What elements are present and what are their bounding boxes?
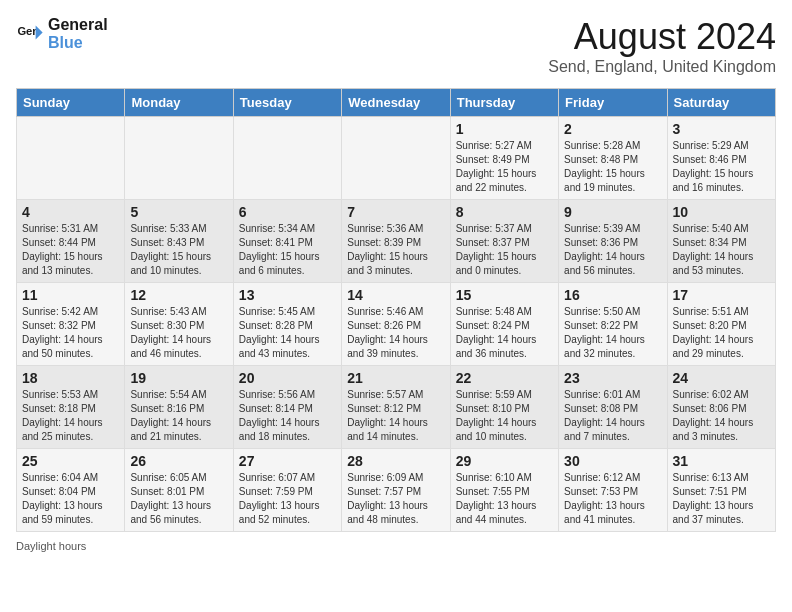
day-number: 10 <box>673 204 770 220</box>
cell-info: Sunrise: 5:57 AMSunset: 8:12 PMDaylight:… <box>347 388 444 444</box>
calendar-week-row: 4Sunrise: 5:31 AMSunset: 8:44 PMDaylight… <box>17 200 776 283</box>
calendar-week-row: 1Sunrise: 5:27 AMSunset: 8:49 PMDaylight… <box>17 117 776 200</box>
calendar-cell: 31Sunrise: 6:13 AMSunset: 7:51 PMDayligh… <box>667 449 775 532</box>
cell-info: Sunrise: 6:04 AMSunset: 8:04 PMDaylight:… <box>22 471 119 527</box>
day-number: 4 <box>22 204 119 220</box>
calendar-cell: 25Sunrise: 6:04 AMSunset: 8:04 PMDayligh… <box>17 449 125 532</box>
calendar-cell: 8Sunrise: 5:37 AMSunset: 8:37 PMDaylight… <box>450 200 558 283</box>
cell-info: Sunrise: 6:05 AMSunset: 8:01 PMDaylight:… <box>130 471 227 527</box>
calendar-cell: 6Sunrise: 5:34 AMSunset: 8:41 PMDaylight… <box>233 200 341 283</box>
logo-line1: General <box>48 16 108 34</box>
calendar-cell: 2Sunrise: 5:28 AMSunset: 8:48 PMDaylight… <box>559 117 667 200</box>
day-number: 9 <box>564 204 661 220</box>
cell-info: Sunrise: 5:54 AMSunset: 8:16 PMDaylight:… <box>130 388 227 444</box>
logo-line2: Blue <box>48 34 108 52</box>
cell-info: Sunrise: 5:27 AMSunset: 8:49 PMDaylight:… <box>456 139 553 195</box>
calendar-cell <box>125 117 233 200</box>
day-number: 7 <box>347 204 444 220</box>
cell-info: Sunrise: 5:53 AMSunset: 8:18 PMDaylight:… <box>22 388 119 444</box>
subtitle: Send, England, United Kingdom <box>548 58 776 76</box>
main-title: August 2024 <box>548 16 776 58</box>
day-number: 2 <box>564 121 661 137</box>
calendar-cell <box>342 117 450 200</box>
calendar-header-wednesday: Wednesday <box>342 89 450 117</box>
calendar-header-friday: Friday <box>559 89 667 117</box>
footer-note: Daylight hours <box>16 540 776 552</box>
calendar-cell: 4Sunrise: 5:31 AMSunset: 8:44 PMDaylight… <box>17 200 125 283</box>
cell-info: Sunrise: 5:29 AMSunset: 8:46 PMDaylight:… <box>673 139 770 195</box>
calendar-cell: 13Sunrise: 5:45 AMSunset: 8:28 PMDayligh… <box>233 283 341 366</box>
day-number: 11 <box>22 287 119 303</box>
day-number: 17 <box>673 287 770 303</box>
cell-info: Sunrise: 5:46 AMSunset: 8:26 PMDaylight:… <box>347 305 444 361</box>
cell-info: Sunrise: 5:40 AMSunset: 8:34 PMDaylight:… <box>673 222 770 278</box>
cell-info: Sunrise: 5:34 AMSunset: 8:41 PMDaylight:… <box>239 222 336 278</box>
day-number: 26 <box>130 453 227 469</box>
calendar-cell: 22Sunrise: 5:59 AMSunset: 8:10 PMDayligh… <box>450 366 558 449</box>
cell-info: Sunrise: 5:45 AMSunset: 8:28 PMDaylight:… <box>239 305 336 361</box>
day-number: 29 <box>456 453 553 469</box>
calendar-cell: 3Sunrise: 5:29 AMSunset: 8:46 PMDaylight… <box>667 117 775 200</box>
cell-info: Sunrise: 5:42 AMSunset: 8:32 PMDaylight:… <box>22 305 119 361</box>
day-number: 16 <box>564 287 661 303</box>
cell-info: Sunrise: 5:33 AMSunset: 8:43 PMDaylight:… <box>130 222 227 278</box>
cell-info: Sunrise: 6:01 AMSunset: 8:08 PMDaylight:… <box>564 388 661 444</box>
day-number: 24 <box>673 370 770 386</box>
day-number: 28 <box>347 453 444 469</box>
logo: Gen General Blue <box>16 16 108 51</box>
calendar-week-row: 18Sunrise: 5:53 AMSunset: 8:18 PMDayligh… <box>17 366 776 449</box>
cell-info: Sunrise: 5:28 AMSunset: 8:48 PMDaylight:… <box>564 139 661 195</box>
logo-icon: Gen <box>16 20 44 48</box>
day-number: 15 <box>456 287 553 303</box>
calendar-cell <box>233 117 341 200</box>
day-number: 3 <box>673 121 770 137</box>
cell-info: Sunrise: 5:50 AMSunset: 8:22 PMDaylight:… <box>564 305 661 361</box>
cell-info: Sunrise: 5:59 AMSunset: 8:10 PMDaylight:… <box>456 388 553 444</box>
day-number: 30 <box>564 453 661 469</box>
calendar-cell: 24Sunrise: 6:02 AMSunset: 8:06 PMDayligh… <box>667 366 775 449</box>
calendar-header-tuesday: Tuesday <box>233 89 341 117</box>
cell-info: Sunrise: 6:02 AMSunset: 8:06 PMDaylight:… <box>673 388 770 444</box>
cell-info: Sunrise: 5:48 AMSunset: 8:24 PMDaylight:… <box>456 305 553 361</box>
cell-info: Sunrise: 6:07 AMSunset: 7:59 PMDaylight:… <box>239 471 336 527</box>
day-number: 19 <box>130 370 227 386</box>
title-block: August 2024 Send, England, United Kingdo… <box>548 16 776 76</box>
calendar-header-saturday: Saturday <box>667 89 775 117</box>
calendar-cell: 23Sunrise: 6:01 AMSunset: 8:08 PMDayligh… <box>559 366 667 449</box>
calendar-body: 1Sunrise: 5:27 AMSunset: 8:49 PMDaylight… <box>17 117 776 532</box>
day-number: 1 <box>456 121 553 137</box>
calendar-cell: 5Sunrise: 5:33 AMSunset: 8:43 PMDaylight… <box>125 200 233 283</box>
day-number: 23 <box>564 370 661 386</box>
cell-info: Sunrise: 5:56 AMSunset: 8:14 PMDaylight:… <box>239 388 336 444</box>
day-number: 22 <box>456 370 553 386</box>
day-number: 20 <box>239 370 336 386</box>
calendar-cell: 30Sunrise: 6:12 AMSunset: 7:53 PMDayligh… <box>559 449 667 532</box>
calendar-cell: 19Sunrise: 5:54 AMSunset: 8:16 PMDayligh… <box>125 366 233 449</box>
calendar-header-monday: Monday <box>125 89 233 117</box>
calendar-cell: 29Sunrise: 6:10 AMSunset: 7:55 PMDayligh… <box>450 449 558 532</box>
day-number: 8 <box>456 204 553 220</box>
day-number: 25 <box>22 453 119 469</box>
calendar-cell: 21Sunrise: 5:57 AMSunset: 8:12 PMDayligh… <box>342 366 450 449</box>
cell-info: Sunrise: 6:10 AMSunset: 7:55 PMDaylight:… <box>456 471 553 527</box>
cell-info: Sunrise: 5:37 AMSunset: 8:37 PMDaylight:… <box>456 222 553 278</box>
day-number: 12 <box>130 287 227 303</box>
calendar-table: SundayMondayTuesdayWednesdayThursdayFrid… <box>16 88 776 532</box>
calendar-week-row: 11Sunrise: 5:42 AMSunset: 8:32 PMDayligh… <box>17 283 776 366</box>
calendar-cell: 26Sunrise: 6:05 AMSunset: 8:01 PMDayligh… <box>125 449 233 532</box>
day-number: 14 <box>347 287 444 303</box>
calendar-cell: 11Sunrise: 5:42 AMSunset: 8:32 PMDayligh… <box>17 283 125 366</box>
page-header: Gen General Blue August 2024 Send, Engla… <box>16 16 776 76</box>
day-number: 21 <box>347 370 444 386</box>
cell-info: Sunrise: 5:51 AMSunset: 8:20 PMDaylight:… <box>673 305 770 361</box>
day-number: 6 <box>239 204 336 220</box>
calendar-cell: 7Sunrise: 5:36 AMSunset: 8:39 PMDaylight… <box>342 200 450 283</box>
cell-info: Sunrise: 5:43 AMSunset: 8:30 PMDaylight:… <box>130 305 227 361</box>
calendar-cell: 15Sunrise: 5:48 AMSunset: 8:24 PMDayligh… <box>450 283 558 366</box>
calendar-header-sunday: Sunday <box>17 89 125 117</box>
calendar-cell: 16Sunrise: 5:50 AMSunset: 8:22 PMDayligh… <box>559 283 667 366</box>
cell-info: Sunrise: 6:13 AMSunset: 7:51 PMDaylight:… <box>673 471 770 527</box>
cell-info: Sunrise: 5:39 AMSunset: 8:36 PMDaylight:… <box>564 222 661 278</box>
calendar-cell: 10Sunrise: 5:40 AMSunset: 8:34 PMDayligh… <box>667 200 775 283</box>
day-number: 18 <box>22 370 119 386</box>
